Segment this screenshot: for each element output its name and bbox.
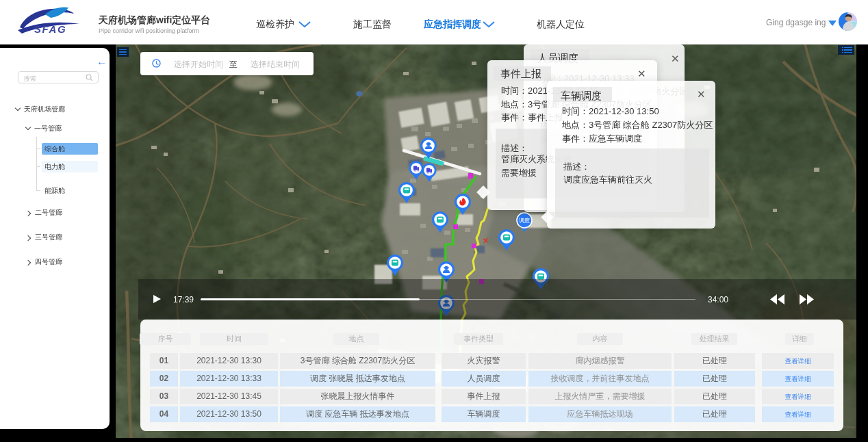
svg-text:SFAG: SFAG bbox=[34, 23, 66, 34]
